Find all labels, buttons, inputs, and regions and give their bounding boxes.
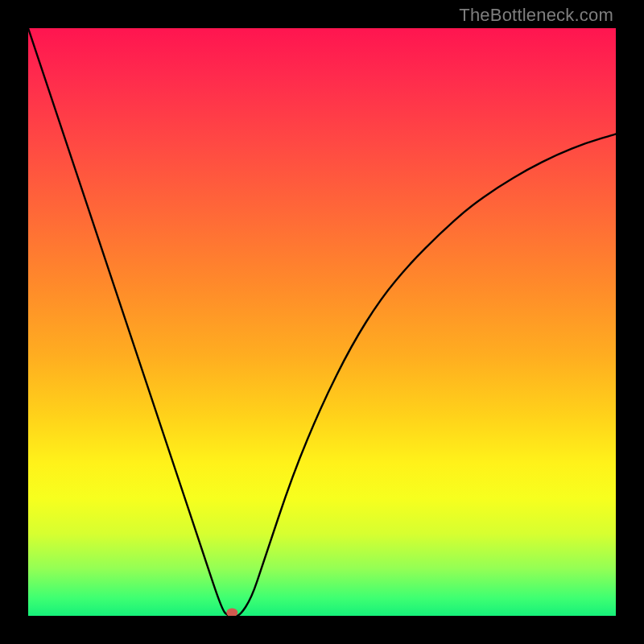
watermark-text: TheBottleneck.com [459,5,613,26]
plot-area [28,28,616,616]
chart-frame: TheBottleneck.com [0,0,644,644]
minimum-marker [226,609,237,617]
curve-path [28,28,616,616]
bottleneck-curve [28,28,616,616]
